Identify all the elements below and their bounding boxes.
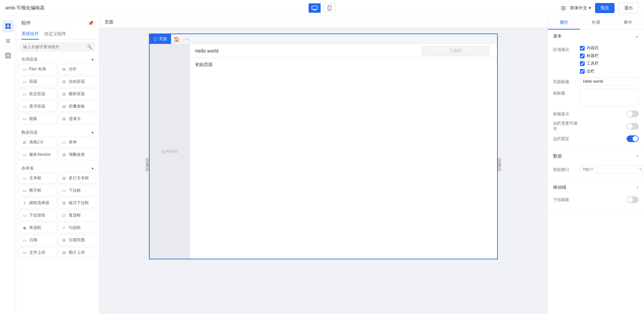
section-data-title: 数据 (553, 153, 562, 159)
section-basic-body: 区域展示 内容区 标题栏 工具栏 (548, 43, 644, 149)
list-item[interactable]: ⊞链式下拉框 (58, 197, 97, 208)
pull-refresh-toggle[interactable] (627, 196, 639, 203)
checkbox-toolbar-input[interactable] (580, 61, 585, 66)
component-panel-icon[interactable] (2, 20, 14, 32)
api-edit-icon[interactable]: ✎ (636, 166, 644, 173)
page-main-content: Hello world 工具栏 初始页面 (190, 44, 497, 259)
collapse-right-handle[interactable]: › (498, 158, 501, 171)
tab-props[interactable]: 属性 (548, 16, 580, 29)
list-item[interactable]: ▭状态容器 (19, 88, 57, 100)
component-icon: ▭ (22, 238, 27, 243)
tab-events[interactable]: 事件 (612, 16, 644, 29)
pin-icon[interactable]: 📌 (88, 20, 94, 26)
component-icon: ⊞ (61, 152, 67, 158)
section-mobile-header[interactable]: 移动端 ▾ (548, 181, 644, 194)
component-list: 布局容器 ▾ ▭Flex 布局 ⊞分栏 ▭容器 ⊞自由容器 ▭状态容器 ⊞吸附容… (16, 54, 99, 314)
component-panel-tabs: 系统组件 自定义组件 (16, 29, 99, 40)
tab-appearance[interactable]: 外观 (580, 16, 612, 29)
list-item[interactable]: ▭文本框 (19, 173, 57, 184)
list-item[interactable]: ⊞折叠面板 (58, 101, 97, 112)
app-logo: amis 可视化编辑器 (5, 5, 45, 11)
checkbox-titlebar-input[interactable] (580, 54, 585, 58)
svg-rect-6 (5, 23, 8, 26)
section-data-header[interactable]: 数据 ▾ (548, 150, 644, 163)
home-icon[interactable]: 🏠 (171, 35, 182, 44)
prop-init-api-content: ✎ (580, 165, 644, 173)
list-item[interactable]: ◉单选框 (19, 222, 57, 233)
list-item[interactable]: ▭日期 (19, 235, 57, 246)
page-title-input[interactable] (580, 77, 639, 85)
page-canvas: ⬡ 页面 🏠 ··· 边栏内容 Hell (149, 34, 498, 259)
svg-rect-7 (8, 23, 11, 26)
tab-system-components[interactable]: 系统组件 (21, 29, 39, 40)
prop-subtitle: 副标题 (553, 89, 639, 107)
main-layout: 组件 📌 系统组件 自定义组件 🔍 布局容器 ▾ ▭Flex 布局 ⊞分栏 ▭容… (0, 16, 644, 314)
list-item[interactable]: ⊞吸附容器 (58, 88, 97, 100)
list-item[interactable]: ⊞日期范围 (58, 235, 97, 246)
props-panel: 属性 外观 事件 基本 ▲ 区域展示 内容区 (547, 16, 644, 314)
list-item[interactable]: ▭下拉框 (58, 185, 97, 196)
search-input[interactable] (20, 43, 95, 51)
checkbox-content-area[interactable]: 内容区 (580, 45, 639, 51)
canvas-toolbar: 页面 (99, 16, 547, 28)
list-item[interactable]: ⊞自由容器 (58, 76, 97, 87)
subtitle-input[interactable] (580, 89, 639, 106)
page-tab-bar: ⬡ 页面 🏠 ··· (150, 34, 497, 44)
section-basic-header[interactable]: 基本 ▲ (548, 30, 644, 43)
outline-panel-icon[interactable] (2, 35, 14, 47)
desktop-device-button[interactable] (309, 3, 321, 13)
list-item[interactable]: ⊞表格2.0 (19, 137, 57, 148)
list-item[interactable]: ⊞分栏 (58, 64, 97, 75)
list-item[interactable]: ▭悬浮容器 (19, 101, 57, 112)
component-icon: ▭ (22, 213, 27, 218)
list-item[interactable]: ▭服务Service (19, 149, 57, 160)
checkbox-title-bar[interactable]: 标题栏 (580, 53, 639, 59)
list-item[interactable]: ☑复选框 (58, 210, 97, 221)
component-panel: 组件 📌 系统组件 自定义组件 🔍 布局容器 ▾ ▭Flex 布局 ⊞分栏 ▭容… (16, 16, 99, 314)
list-item[interactable]: ⊞增删改查 (58, 149, 97, 160)
exit-button[interactable]: 退出 (619, 3, 639, 13)
prop-title-tip: 标题提示 (553, 111, 639, 117)
page-toolbar-placeholder: 工具栏 (422, 46, 489, 56)
prop-init-api-field: ✎ (580, 165, 644, 173)
list-item[interactable]: ▭文件上传 (19, 247, 57, 258)
list-item[interactable]: ▭数字框 (19, 185, 57, 196)
list-item[interactable]: ⊞多行文本框 (58, 173, 97, 184)
collapse-left-handle[interactable]: ‹ (146, 158, 149, 171)
list-item[interactable]: ✓勾选框 (58, 222, 97, 233)
list-item[interactable]: ≡级联选择器 (19, 197, 57, 208)
list-item[interactable]: ▭面板 (19, 113, 57, 124)
checkbox-toolbar[interactable]: 工具栏 (580, 61, 639, 66)
component-icon: ✓ (61, 225, 67, 231)
init-api-input[interactable] (580, 166, 636, 173)
group-data-header[interactable]: 数据容器 ▾ (19, 127, 96, 137)
list-item[interactable]: ⊞图片上传 (58, 247, 97, 258)
chevron-down-icon: ▾ (92, 130, 94, 135)
mobile-device-button[interactable] (323, 3, 335, 13)
more-icon[interactable]: ··· (182, 35, 192, 44)
component-icon: ▭ (22, 188, 27, 193)
language-selector[interactable]: 简体中文 ▾ (570, 5, 591, 11)
list-item[interactable]: ⊞选项卡 (58, 113, 97, 124)
list-item[interactable]: ▭Flex 布局 (19, 64, 57, 75)
page-tab[interactable]: ⬡ 页面 (150, 34, 171, 44)
group-layout-header[interactable]: 布局容器 ▾ (19, 54, 96, 64)
preview-button[interactable]: 预览 (595, 3, 614, 13)
sidebar-fixed-toggle[interactable] (627, 135, 639, 142)
grid-icon[interactable]: ⊞ (561, 4, 566, 12)
canvas-breadcrumb: 页面 (105, 19, 113, 25)
list-item[interactable]: ▭容器 (19, 76, 57, 87)
list-item[interactable]: ▭下拉按钮 (19, 210, 57, 221)
title-tip-toggle[interactable] (627, 111, 639, 117)
layer-panel-icon[interactable] (2, 50, 14, 62)
checkbox-content-input[interactable] (580, 46, 585, 51)
list-item[interactable]: ▭表单 (58, 137, 97, 148)
prop-region-checkboxes: 内容区 标题栏 工具栏 边栏 (580, 45, 639, 74)
tab-custom-components[interactable]: 自定义组件 (44, 29, 66, 40)
component-icon: ⊞ (61, 200, 67, 206)
checkbox-sidebar[interactable]: 边栏 (580, 68, 639, 74)
sidebar-resizable-toggle[interactable] (627, 123, 639, 130)
prop-subtitle-content (580, 89, 639, 107)
checkbox-sidebar-input[interactable] (580, 69, 585, 74)
group-form-header[interactable]: 表单项 ▾ (19, 163, 96, 173)
